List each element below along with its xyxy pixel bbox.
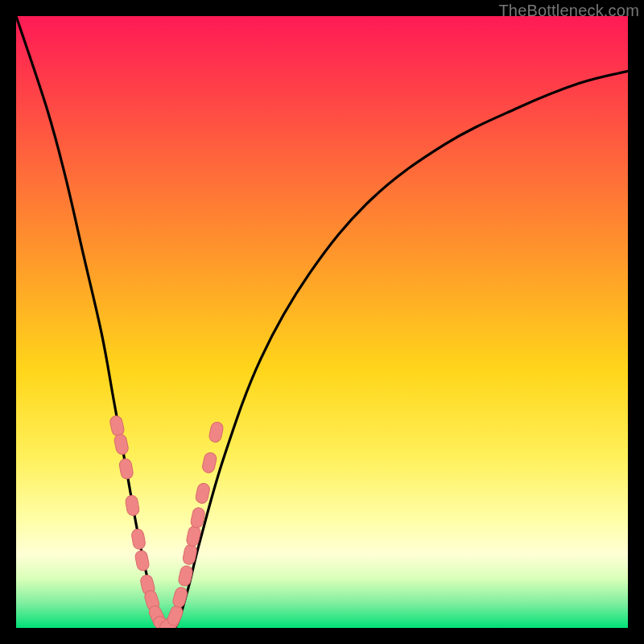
- curve-marker: [171, 586, 188, 609]
- curve-marker: [195, 482, 211, 505]
- chart-svg: [16, 16, 628, 628]
- curve-marker: [114, 433, 130, 456]
- plot-area: [16, 16, 628, 628]
- marker-group: [109, 415, 224, 628]
- chart-frame: TheBottleneck.com: [0, 0, 644, 644]
- curve-marker: [118, 458, 134, 480]
- watermark-text: TheBottleneck.com: [498, 2, 639, 20]
- curve-marker: [177, 565, 193, 588]
- bottleneck-curve: [16, 16, 628, 628]
- curve-marker: [208, 421, 225, 444]
- curve-marker: [201, 452, 217, 474]
- curve-marker: [125, 494, 140, 516]
- curve-marker: [130, 528, 146, 550]
- curve-marker: [109, 415, 125, 437]
- curve-marker: [134, 550, 151, 572]
